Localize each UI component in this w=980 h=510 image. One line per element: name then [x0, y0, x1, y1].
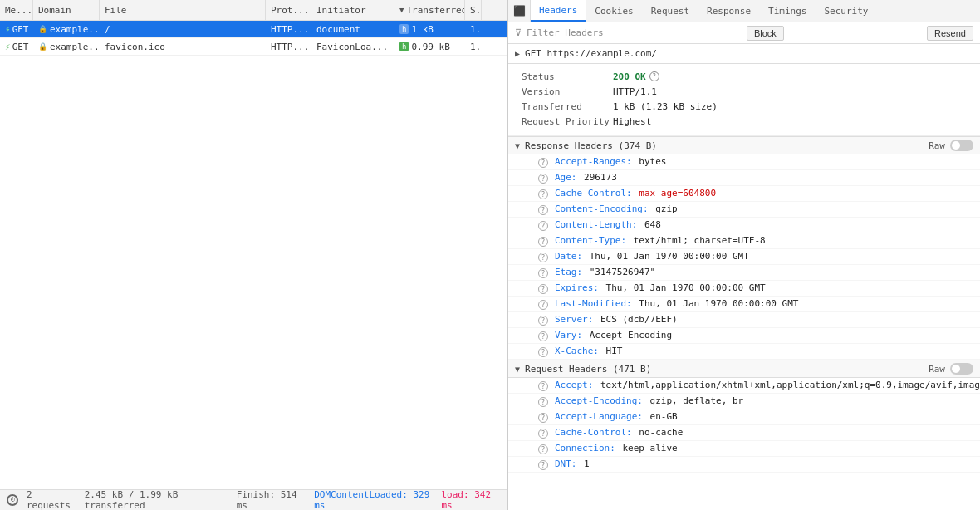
transferred-value: 1 kB (1.23 kB size)	[613, 101, 718, 112]
header-help-icon[interactable]: ?	[538, 189, 548, 199]
list-item: ? X-Cache: HIT	[508, 344, 980, 360]
col-header-protocol[interactable]: Prot...	[266, 0, 311, 20]
left-panel: Me... Domain File Prot... Initiator ▼ Tr…	[0, 0, 508, 510]
table-row[interactable]: ⚡ GET 🔒 example... favicon.ico HTTP... F…	[0, 38, 507, 56]
domain-cell: 🔒 example...	[33, 21, 100, 37]
col-header-size[interactable]: S...	[465, 0, 482, 20]
list-item: ? Accept-Ranges: bytes	[508, 154, 980, 170]
header-help-icon[interactable]: ?	[538, 460, 548, 470]
header-help-icon[interactable]: ?	[538, 253, 548, 262]
list-item: ? Etag: "3147526947"	[508, 265, 980, 281]
header-name: Accept-Ranges:	[555, 156, 632, 167]
tab-request[interactable]: Request	[643, 0, 698, 22]
header-help-icon[interactable]: ?	[538, 331, 548, 341]
header-name: Connection:	[555, 443, 615, 454]
header-name: Age:	[555, 172, 577, 183]
transferred-label: Transferred	[522, 101, 613, 112]
response-header-rows: ? Accept-Ranges: bytes ? Age: 296173 ? C…	[508, 154, 980, 360]
transferred-cell: h 1 kB	[394, 21, 465, 37]
header-help-icon[interactable]: ?	[538, 347, 548, 357]
response-raw-label: Raw	[929, 140, 945, 151]
resend-button[interactable]: Resend	[927, 26, 973, 41]
record-icon[interactable]: ⬛	[508, 0, 531, 22]
header-name: Last-Modified:	[555, 298, 632, 309]
header-value: Thu, 01 Jan 1970 00:00:00 GMT	[600, 282, 766, 293]
headers-content: ▶ GET https://example.com/ Status 200 OK…	[508, 44, 980, 510]
header-value: no-cache	[634, 427, 684, 438]
info-section: Status 200 OK ? Version HTTP/1.1 Transfe…	[508, 64, 980, 136]
header-help-icon[interactable]: ?	[538, 284, 548, 294]
tabs-bar: ⬛ Headers Cookies Request Response Timin…	[508, 0, 980, 22]
header-help-icon[interactable]: ?	[538, 300, 548, 310]
header-value: "3147526947"	[584, 267, 655, 277]
header-value: Thu, 01 Jan 1970 00:00:00 GMT	[584, 251, 749, 262]
col-header-domain[interactable]: Domain	[33, 0, 100, 20]
transferred-row: Transferred 1 kB (1.23 kB size)	[522, 99, 967, 114]
header-name: Expires:	[555, 282, 599, 293]
col-header-transferred[interactable]: ▼ Transferred	[394, 0, 465, 20]
header-help-icon[interactable]: ?	[538, 381, 548, 391]
header-name: Accept-Encoding:	[555, 395, 643, 406]
protocol-cell: HTTP...	[266, 21, 311, 37]
header-help-icon[interactable]: ?	[538, 397, 548, 407]
col-header-initiator[interactable]: Initiator	[311, 0, 394, 20]
method-cell: ⚡ GET	[0, 21, 33, 37]
requests-count: 2 requests	[27, 489, 76, 510]
get-url-text: GET https://example.com/	[525, 48, 657, 59]
response-raw-toggle[interactable]	[950, 140, 973, 151]
header-help-icon[interactable]: ?	[538, 237, 548, 247]
header-help-icon[interactable]: ?	[538, 158, 548, 168]
size-cell: 1...	[465, 21, 482, 37]
initiator-cell: document	[311, 21, 394, 37]
list-item: ? Last-Modified: Thu, 01 Jan 1970 00:00:…	[508, 297, 980, 312]
header-name: Content-Encoding:	[555, 204, 649, 214]
domain-cell: 🔒 example...	[33, 38, 100, 55]
header-help-icon[interactable]: ?	[538, 413, 548, 423]
header-value: 1	[579, 459, 590, 469]
header-help-icon[interactable]: ?	[538, 316, 548, 326]
tab-cookies[interactable]: Cookies	[586, 0, 642, 22]
priority-label: Request Priority	[522, 116, 613, 127]
transferred-cell: h 0.99 kB	[394, 38, 465, 55]
header-help-icon[interactable]: ?	[538, 221, 548, 231]
header-value: gzip, deflate, br	[644, 395, 743, 406]
status-label: Status	[522, 71, 613, 82]
table-row[interactable]: ⚡ GET 🔒 example... / HTTP... document h …	[0, 21, 507, 38]
header-help-icon[interactable]: ?	[538, 174, 548, 184]
header-value: HIT	[600, 346, 623, 356]
header-help-icon[interactable]: ?	[538, 444, 548, 454]
header-help-icon[interactable]: ?	[538, 205, 548, 215]
header-value: gzip	[650, 204, 678, 214]
request-headers-section-header[interactable]: ▼ Request Headers (471 B) Raw	[508, 360, 980, 378]
header-name: DNT:	[555, 459, 577, 469]
request-header-rows: ? Accept: text/html,application/xhtml+xm…	[508, 378, 980, 473]
version-row: Version HTTP/1.1	[522, 84, 967, 99]
header-help-icon[interactable]: ?	[538, 429, 548, 439]
list-item: ? Age: 296173	[508, 170, 980, 186]
tab-response[interactable]: Response	[698, 0, 760, 22]
response-headers-section-header[interactable]: ▼ Response Headers (374 B) Raw	[508, 136, 980, 154]
empty-table-space	[0, 56, 507, 489]
tab-timings[interactable]: Timings	[760, 0, 816, 22]
col-header-file[interactable]: File	[100, 0, 266, 20]
status-badge: h	[399, 42, 409, 51]
header-help-icon[interactable]: ?	[538, 268, 548, 278]
col-header-method[interactable]: Me...	[0, 0, 33, 20]
status-circle-icon: ⏱	[7, 494, 18, 506]
tab-security[interactable]: Security	[816, 0, 877, 22]
list-item: ? DNT: 1	[508, 457, 980, 473]
list-item: ? Content-Length: 648	[508, 218, 980, 233]
get-url-bar: ▶ GET https://example.com/	[508, 44, 980, 64]
block-button[interactable]: Block	[747, 26, 784, 41]
status-bar: ⏱ 2 requests 2.45 kB / 1.99 kB transferr…	[0, 489, 507, 510]
version-value: HTTP/1.1	[613, 86, 657, 97]
header-name: Date:	[555, 251, 582, 262]
header-value: ECS (dcb/7EEF)	[595, 314, 677, 325]
list-item: ? Accept-Language: en-GB	[508, 409, 980, 425]
method-get-icon: ⚡	[5, 24, 11, 35]
tab-headers[interactable]: Headers	[531, 0, 586, 22]
status-help-icon[interactable]: ?	[649, 71, 659, 81]
list-item: ? Vary: Accept-Encoding	[508, 328, 980, 344]
expand-chevron-icon[interactable]: ▶	[515, 49, 520, 58]
request-raw-toggle[interactable]	[950, 363, 973, 375]
